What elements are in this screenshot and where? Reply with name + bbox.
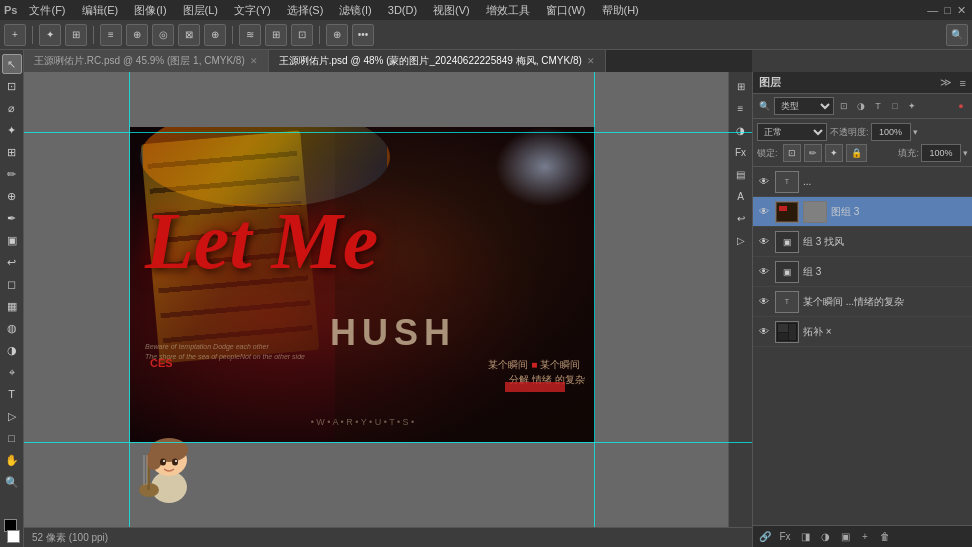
- path-select-btn[interactable]: ▷: [2, 406, 22, 426]
- history-panel-btn[interactable]: ↩: [731, 208, 751, 228]
- menu-layer[interactable]: 图层(L): [179, 3, 222, 18]
- magic-wand-btn[interactable]: ✦: [2, 120, 22, 140]
- layer-item-expand[interactable]: 👁 拓补 ×: [753, 317, 972, 347]
- tab-1[interactable]: 王源咧佑片.RC.psd @ 45.9% (图层 1, CMYK/8) ✕: [24, 50, 269, 72]
- styles-btn[interactable]: Fx: [731, 142, 751, 162]
- paths-btn[interactable]: A: [731, 186, 751, 206]
- channels-btn[interactable]: ▤: [731, 164, 751, 184]
- fill-input[interactable]: [921, 144, 961, 162]
- tool-3[interactable]: ≡: [100, 24, 122, 46]
- tool-4[interactable]: ⊕: [126, 24, 148, 46]
- menu-image[interactable]: 图像(I): [130, 3, 170, 18]
- blur-btn[interactable]: ◍: [2, 318, 22, 338]
- layer-visibility-expand[interactable]: 👁: [757, 325, 771, 339]
- layer-visibility-group3[interactable]: 👁: [757, 205, 771, 219]
- zoom-btn[interactable]: 🔍: [2, 472, 22, 492]
- type-tool-btn[interactable]: T: [2, 384, 22, 404]
- crop-tool-btn[interactable]: ⊞: [2, 142, 22, 162]
- filter-adj-btn[interactable]: ◑: [854, 99, 868, 113]
- pen-tool-btn[interactable]: ⌖: [2, 362, 22, 382]
- lock-artboard-btn[interactable]: ✦: [825, 144, 843, 162]
- actions-btn[interactable]: ▷: [731, 230, 751, 250]
- menu-file[interactable]: 文件(F): [25, 3, 69, 18]
- layer-visibility-dots[interactable]: 👁: [757, 175, 771, 189]
- blend-mode-select[interactable]: 正常: [757, 123, 827, 141]
- menu-plugin[interactable]: 增效工具: [482, 3, 534, 18]
- fx-btn[interactable]: Fx: [777, 529, 793, 545]
- layer-item-group3-wind[interactable]: 👁 ▣ 组 3 找风: [753, 227, 972, 257]
- layer-item-group3[interactable]: 👁 图组 3: [753, 197, 972, 227]
- lock-pixel-btn[interactable]: ⊡: [783, 144, 801, 162]
- tool-11[interactable]: ⊕: [326, 24, 348, 46]
- eraser-btn[interactable]: ◻: [2, 274, 22, 294]
- marquee-tool-btn[interactable]: ⊡: [2, 76, 22, 96]
- delete-layer-btn[interactable]: 🗑: [877, 529, 893, 545]
- new-button[interactable]: +: [4, 24, 26, 46]
- tool-5[interactable]: ◎: [152, 24, 174, 46]
- opacity-dropdown-icon[interactable]: ▾: [913, 127, 918, 137]
- tool-more[interactable]: •••: [352, 24, 374, 46]
- tool-9[interactable]: ⊞: [265, 24, 287, 46]
- move-tool-btn[interactable]: ↖: [2, 54, 22, 74]
- dodge-btn[interactable]: ◑: [2, 340, 22, 360]
- mask-btn[interactable]: ◨: [797, 529, 813, 545]
- opacity-input[interactable]: [871, 123, 911, 141]
- menu-edit[interactable]: 编辑(E): [78, 3, 123, 18]
- layer-item-dots[interactable]: 👁 T ...: [753, 167, 972, 197]
- filter-shape-btn[interactable]: □: [888, 99, 902, 113]
- tool-10[interactable]: ⊡: [291, 24, 313, 46]
- minimize-button[interactable]: —: [927, 4, 938, 16]
- maximize-button[interactable]: □: [944, 4, 951, 16]
- properties-btn[interactable]: ≡: [731, 98, 751, 118]
- adjustments-btn[interactable]: ◑: [731, 120, 751, 140]
- canvas-area[interactable]: Let Me HUSH Beware of temptation Dodge e…: [24, 72, 752, 527]
- lock-pos-btn[interactable]: ✏: [804, 144, 822, 162]
- menu-type[interactable]: 文字(Y): [230, 3, 275, 18]
- tool-2[interactable]: ⊞: [65, 24, 87, 46]
- menu-3d[interactable]: 3D(D): [384, 4, 421, 16]
- fill-dropdown-icon[interactable]: ▾: [963, 148, 968, 158]
- group-btn[interactable]: ▣: [837, 529, 853, 545]
- menu-view[interactable]: 视图(V): [429, 3, 474, 18]
- expand-icon[interactable]: ≫: [940, 76, 952, 89]
- hand-btn[interactable]: ✋: [2, 450, 22, 470]
- filter-pixel-btn[interactable]: ⊡: [837, 99, 851, 113]
- new-layer-btn[interactable]: +: [857, 529, 873, 545]
- move-tool[interactable]: ✦: [39, 24, 61, 46]
- filter-type-btn[interactable]: T: [871, 99, 885, 113]
- filter-icon[interactable]: 🔍: [757, 99, 771, 113]
- healing-brush-btn[interactable]: ⊕: [2, 186, 22, 206]
- close-button[interactable]: ✕: [957, 4, 966, 17]
- filter-sm-btn[interactable]: ✦: [905, 99, 919, 113]
- tool-7[interactable]: ⊕: [204, 24, 226, 46]
- layer-type-select[interactable]: 类型: [774, 97, 834, 115]
- layer-visibility-group3-wind[interactable]: 👁: [757, 235, 771, 249]
- layer-item-group3-plain[interactable]: 👁 ▣ 组 3: [753, 257, 972, 287]
- color-swatch[interactable]: [2, 519, 22, 543]
- lock-all-btn[interactable]: 🔒: [846, 144, 867, 162]
- gradient-btn[interactable]: ▦: [2, 296, 22, 316]
- link-layers-btn[interactable]: 🔗: [757, 529, 773, 545]
- layer-visibility-moment[interactable]: 👁: [757, 295, 771, 309]
- clone-stamp-btn[interactable]: ▣: [2, 230, 22, 250]
- history-brush-btn[interactable]: ↩: [2, 252, 22, 272]
- layer-visibility-group3-plain[interactable]: 👁: [757, 265, 771, 279]
- menu-window[interactable]: 窗口(W): [542, 3, 590, 18]
- tab-2[interactable]: 王源咧佑片.psd @ 48% (蒙的图片_20240622225849 梅风,…: [269, 50, 606, 72]
- menu-select[interactable]: 选择(S): [283, 3, 328, 18]
- lasso-tool-btn[interactable]: ⌀: [2, 98, 22, 118]
- menu-help[interactable]: 帮助(H): [598, 3, 643, 18]
- libraries-btn[interactable]: ⊞: [731, 76, 751, 96]
- menu-filter[interactable]: 滤镜(I): [335, 3, 375, 18]
- filter-toggle-btn[interactable]: ●: [954, 99, 968, 113]
- layer-item-moment[interactable]: 👁 T 某个瞬间 ...情绪的复杂: [753, 287, 972, 317]
- search-button[interactable]: 🔍: [946, 24, 968, 46]
- eyedropper-btn[interactable]: ✏: [2, 164, 22, 184]
- adjustment-btn[interactable]: ◑: [817, 529, 833, 545]
- tab-1-close[interactable]: ✕: [250, 56, 258, 66]
- shape-btn[interactable]: □: [2, 428, 22, 448]
- tool-6[interactable]: ⊠: [178, 24, 200, 46]
- tool-8[interactable]: ≋: [239, 24, 261, 46]
- layers-menu-icon[interactable]: ≡: [960, 77, 966, 89]
- tab-2-close[interactable]: ✕: [587, 56, 595, 66]
